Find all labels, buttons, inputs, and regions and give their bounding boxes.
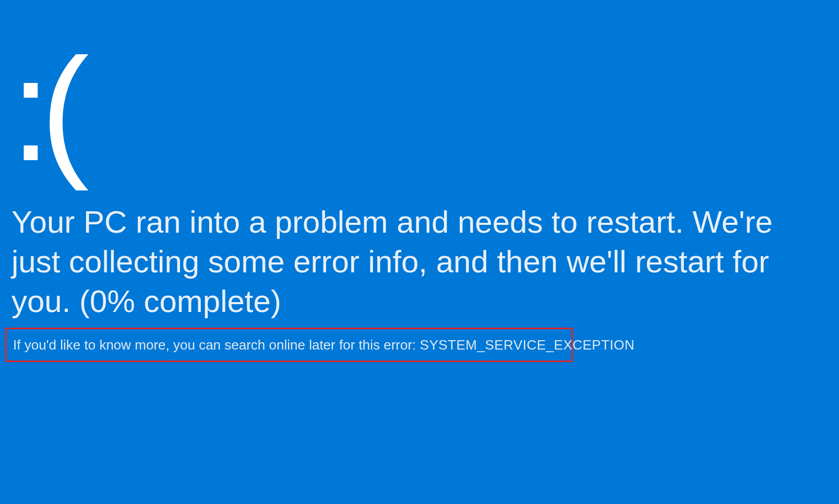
bsod-message: Your PC ran into a problem and needs to … [11,202,818,322]
sad-face-icon: :( [10,37,79,183]
error-highlight-box: If you'd like to know more, you can sear… [5,328,573,362]
error-prefix-text: If you'd like to know more, you can sear… [13,337,420,353]
error-line: If you'd like to know more, you can sear… [13,337,634,353]
error-code-text: SYSTEM_SERVICE_EXCEPTION [420,337,635,353]
